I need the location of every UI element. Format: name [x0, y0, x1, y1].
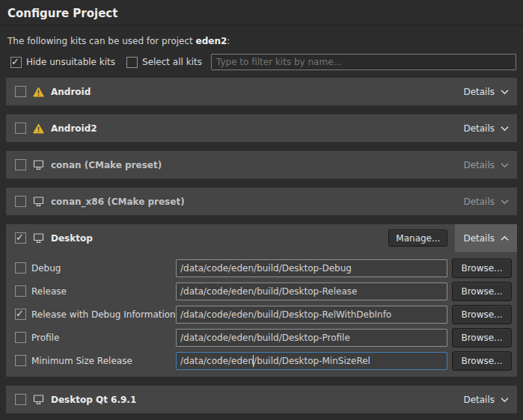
config-row-minsizerel: Minimum Size Release Browse...	[6, 349, 517, 372]
kit-panel-desktop: Desktop Manage... Details Debug Browse..…	[6, 224, 517, 377]
kit-row-conan-x86: conan_x86 (CMake preset) Details	[6, 188, 517, 215]
kit-checkbox[interactable]	[15, 159, 26, 170]
config-checkbox[interactable]	[15, 262, 26, 274]
build-dir-input[interactable]	[176, 329, 447, 347]
page-title: Configure Project	[0, 0, 523, 25]
kit-name: Desktop Qt 6.9.1	[51, 395, 136, 405]
kit-checkbox[interactable]	[15, 394, 26, 405]
browse-button[interactable]: Browse...	[452, 259, 512, 278]
browse-button[interactable]: Browse...	[452, 305, 512, 324]
config-row-release: Release Browse...	[6, 280, 517, 303]
desktop-icon	[33, 233, 44, 244]
desktop-icon	[33, 160, 44, 170]
build-dir-input[interactable]	[176, 352, 447, 370]
build-dir-input[interactable]	[176, 306, 447, 324]
text-cursor	[253, 355, 254, 367]
details-label: Details	[463, 395, 495, 405]
filter-row: Hide unsuitable kits Select all kits	[0, 54, 523, 70]
browse-button[interactable]: Browse...	[452, 351, 512, 371]
kit-row-conan: conan (CMake preset) Details	[6, 151, 517, 179]
config-checkbox[interactable]	[15, 285, 26, 297]
hide-unsuitable-label[interactable]: Hide unsuitable kits	[26, 57, 115, 67]
desktop-icon	[33, 197, 44, 207]
build-dir-wrap	[176, 352, 447, 370]
build-config-list: Debug Browse... Release Browse...	[6, 252, 517, 377]
config-checkbox[interactable]	[15, 355, 26, 366]
kit-checkbox[interactable]	[15, 123, 26, 134]
select-all-checkbox[interactable]	[126, 57, 138, 68]
kit-checkbox[interactable]	[15, 232, 26, 244]
chevron-down-icon	[501, 397, 509, 403]
config-row-relwithdebinfo: Release with Debug Information Browse...	[6, 303, 517, 326]
details-toggle[interactable]: Details	[455, 114, 517, 142]
warning-icon	[33, 87, 44, 97]
kit-row-android: Android Details	[6, 78, 517, 105]
kit-checkbox[interactable]	[15, 86, 26, 97]
config-label: Release with Debug Information	[31, 309, 176, 320]
details-toggle[interactable]: Details	[455, 78, 517, 105]
config-checkbox[interactable]	[15, 309, 26, 320]
desktop-icon	[33, 395, 44, 405]
chevron-down-icon	[501, 199, 509, 205]
chevron-down-icon	[501, 89, 509, 95]
intro-suffix: :	[227, 36, 230, 46]
build-dir-input[interactable]	[176, 282, 447, 300]
details-label: Details	[463, 87, 495, 97]
chevron-down-icon	[501, 162, 509, 168]
details-toggle[interactable]: Details	[455, 188, 517, 215]
config-label: Minimum Size Release	[31, 356, 176, 366]
details-label: Details	[463, 233, 495, 244]
build-dir-wrap	[176, 259, 447, 277]
configure-project-page: Configure Project The following kits can…	[0, 0, 523, 420]
kit-name: Android2	[51, 123, 97, 134]
hide-unsuitable-checkbox[interactable]	[10, 57, 22, 68]
chevron-down-icon	[501, 126, 509, 132]
intro-text: The following kits can be used for proje…	[0, 25, 523, 46]
config-row-profile: Profile Browse...	[6, 326, 517, 349]
warning-icon	[33, 123, 44, 134]
manage-button[interactable]: Manage...	[388, 229, 447, 247]
intro-prefix: The following kits can be used for proje…	[7, 36, 196, 46]
chevron-up-icon	[501, 235, 509, 241]
kit-name: Desktop	[51, 233, 93, 244]
kit-name: conan (CMake preset)	[51, 160, 162, 170]
config-label: Release	[31, 286, 176, 297]
config-label: Profile	[31, 333, 176, 343]
kit-list: Android Details Android2 Details con	[0, 78, 523, 413]
details-toggle[interactable]: Details	[455, 151, 517, 179]
select-all-label[interactable]: Select all kits	[142, 57, 202, 67]
kit-checkbox[interactable]	[15, 196, 26, 207]
kit-row-desktop: Desktop Manage... Details	[6, 224, 517, 252]
browse-button[interactable]: Browse...	[452, 282, 512, 301]
browse-button[interactable]: Browse...	[452, 328, 512, 348]
build-dir-input[interactable]	[176, 259, 447, 277]
config-row-debug: Debug Browse...	[6, 256, 517, 280]
kit-name: Android	[51, 87, 91, 97]
details-label: Details	[463, 160, 495, 170]
details-label: Details	[463, 123, 495, 134]
project-name: eden2	[196, 36, 227, 46]
kit-name: conan_x86 (CMake preset)	[51, 197, 185, 207]
details-toggle[interactable]: Details	[455, 386, 517, 413]
config-label: Debug	[31, 263, 176, 274]
build-dir-wrap	[176, 329, 447, 347]
kit-row-desktop-qt: Desktop Qt 6.9.1 Details	[6, 386, 517, 413]
details-label: Details	[463, 197, 495, 207]
build-dir-wrap	[176, 282, 447, 300]
details-toggle[interactable]: Details	[455, 224, 517, 252]
kit-filter-input[interactable]	[211, 54, 516, 70]
build-dir-wrap	[176, 306, 447, 324]
kit-row-android2: Android2 Details	[6, 114, 517, 142]
config-checkbox[interactable]	[15, 332, 26, 343]
